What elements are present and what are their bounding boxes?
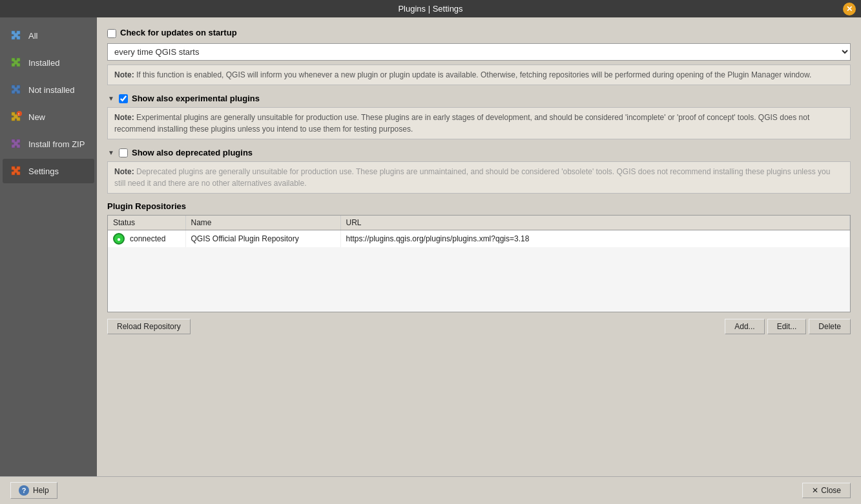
check-updates-dropdown[interactable]: every time QGIS starts once a day once a… — [107, 43, 851, 61]
sidebar-label-new: New — [28, 112, 45, 122]
delete-repository-button[interactable]: Delete — [809, 319, 851, 334]
col-name: Name — [185, 216, 340, 230]
check-updates-note: Note: If this function is enabled, QGIS … — [107, 65, 851, 85]
reload-repository-button[interactable]: Reload Repository — [107, 319, 191, 334]
check-updates-dropdown-row: every time QGIS starts once a day once a… — [107, 43, 851, 61]
experimental-note-text: Experimental plugins are generally unsui… — [114, 113, 809, 134]
deprecated-plugins-section: ▼ Show also deprecated plugins Note: Dep… — [107, 147, 851, 194]
repo-url-cell: https://plugins.qgis.org/plugins/plugins… — [340, 230, 850, 248]
help-button[interactable]: ? Help — [10, 482, 57, 499]
repo-actions: Reload Repository Add... Edit... Delete — [107, 319, 851, 334]
sidebar-item-all[interactable]: All — [3, 23, 94, 48]
window-title: Plugins | Settings — [398, 4, 462, 14]
sidebar-item-not-installed[interactable]: Not installed — [3, 77, 94, 102]
titlebar-close-button[interactable]: ✕ — [843, 3, 856, 15]
sidebar-item-settings[interactable]: Settings — [3, 159, 94, 183]
sidebar: All Installed Not installed — [0, 17, 97, 476]
install-zip-icon — [9, 137, 23, 151]
repositories-section: Plugin Repositories Status Name URL — [107, 201, 851, 334]
repo-name-cell: QGIS Official Plugin Repository — [185, 230, 340, 248]
sidebar-label-all: All — [28, 31, 37, 41]
close-icon: ✕ — [812, 486, 818, 495]
experimental-label: Show also experimental plugins — [132, 94, 260, 103]
close-button[interactable]: ✕ Close — [802, 483, 851, 498]
deprecated-note: Note: Deprecated plugins are generally u… — [107, 161, 851, 194]
main-content: All Installed Not installed — [0, 17, 861, 476]
sidebar-label-install-zip: Install from ZIP — [28, 139, 85, 149]
experimental-plugins-section: ▼ Show also experimental plugins Note: E… — [107, 93, 851, 139]
deprecated-collapse-arrow: ▼ — [107, 148, 115, 156]
svg-text:!: ! — [18, 112, 19, 116]
repositories-title: Plugin Repositories — [107, 201, 851, 211]
sidebar-label-not-installed: Not installed — [28, 85, 75, 95]
sidebar-label-settings: Settings — [28, 166, 59, 176]
experimental-note: Note: Experimental plugins are generally… — [107, 107, 851, 139]
edit-repository-button[interactable]: Edit... — [767, 319, 807, 334]
deprecated-header[interactable]: ▼ Show also deprecated plugins — [107, 147, 851, 157]
repo-empty-row — [108, 247, 850, 312]
check-updates-section: Check for updates on startup every time … — [107, 28, 851, 85]
check-updates-note-label: Note: — [114, 70, 134, 79]
settings-icon — [9, 164, 23, 178]
sidebar-item-install-zip[interactable]: Install from ZIP — [3, 132, 94, 156]
deprecated-checkbox[interactable] — [119, 148, 128, 157]
titlebar: Plugins | Settings ✕ — [0, 0, 861, 17]
add-repository-button[interactable]: Add... — [725, 319, 764, 334]
experimental-note-label: Note: — [114, 113, 134, 122]
repositories-table: Status Name URL ● connected — [108, 216, 850, 312]
experimental-checkbox[interactable] — [119, 94, 128, 103]
repo-empty-area — [108, 247, 850, 312]
check-updates-checkbox[interactable] — [107, 29, 116, 38]
sidebar-item-new[interactable]: ! New — [3, 105, 94, 129]
repo-status-cell: ● connected — [108, 230, 185, 248]
repo-btn-group: Add... Edit... Delete — [725, 319, 851, 334]
content-panel: Check for updates on startup every time … — [97, 17, 861, 476]
deprecated-note-text: Deprecated plugins are generally unsuita… — [114, 167, 830, 188]
sidebar-item-installed[interactable]: Installed — [3, 50, 94, 75]
repo-row-0[interactable]: ● connected QGIS Official Plugin Reposit… — [108, 230, 850, 248]
close-label: Close — [821, 486, 841, 495]
col-url: URL — [340, 216, 850, 230]
main-window: Plugins | Settings ✕ All — [0, 0, 861, 504]
bottom-bar: ? Help ✕ Close — [0, 476, 861, 504]
not-installed-icon — [9, 83, 23, 97]
help-icon: ? — [19, 485, 29, 496]
col-status: Status — [108, 216, 185, 230]
sidebar-label-installed: Installed — [28, 58, 59, 68]
check-updates-label: Check for updates on startup — [120, 28, 237, 37]
experimental-header[interactable]: ▼ Show also experimental plugins — [107, 93, 851, 103]
check-updates-note-text: If this function is enabled, QGIS will i… — [136, 70, 811, 79]
deprecated-note-label: Note: — [114, 167, 134, 176]
new-icon: ! — [9, 110, 23, 124]
table-header-row: Status Name URL — [108, 216, 850, 230]
help-label: Help — [33, 486, 49, 495]
all-icon — [9, 28, 23, 43]
experimental-collapse-arrow: ▼ — [107, 94, 115, 102]
repo-status-text: connected — [130, 234, 165, 243]
check-updates-row: Check for updates on startup — [107, 28, 851, 38]
titlebar-close-icon: ✕ — [846, 5, 853, 14]
installed-icon — [9, 55, 23, 70]
deprecated-label: Show also deprecated plugins — [132, 148, 253, 157]
repositories-table-container: Status Name URL ● connected — [107, 215, 851, 312]
repo-connected-icon: ● — [113, 233, 125, 245]
